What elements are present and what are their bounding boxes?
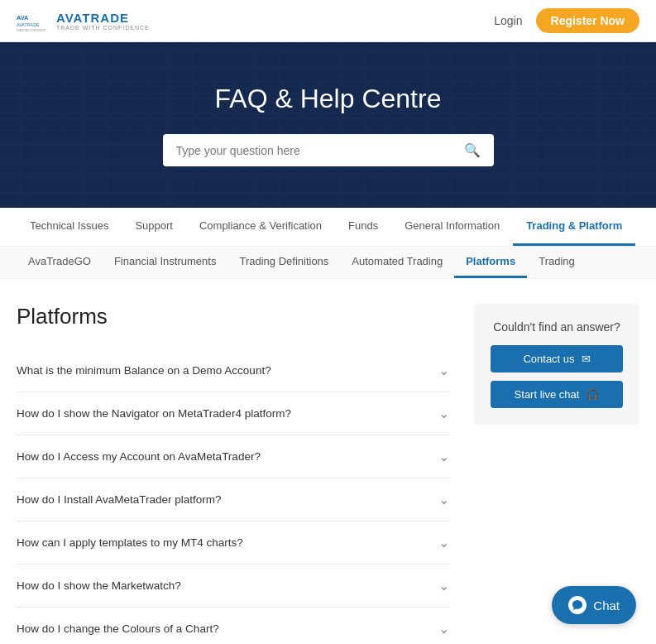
faq-item-2[interactable]: How do I Access my Account on AvaMetaTra…: [17, 435, 449, 478]
secondary-nav-item-platforms[interactable]: Platforms: [454, 247, 527, 278]
secondary-nav-item-financial[interactable]: Financial Instruments: [103, 247, 228, 278]
chevron-down-icon-0: ⌄: [438, 363, 449, 378]
chat-bubble-icon: [568, 596, 587, 614]
chevron-down-icon-1: ⌄: [438, 406, 449, 421]
logo-sub: TRADE WITH CONFIDENCE: [56, 25, 150, 31]
primary-nav: Technical Issues Support Compliance & Ve…: [0, 208, 656, 247]
faq-item-4[interactable]: How can I apply templates to my MT4 char…: [17, 521, 449, 565]
secondary-nav-item-trading-defs[interactable]: Trading Definitions: [227, 247, 340, 278]
logo-brand: AVATRADE: [56, 11, 150, 25]
faq-item-3[interactable]: How do I Install AvaMetaTrader platform?…: [17, 478, 449, 521]
hero-title: FAQ & Help Centre: [215, 84, 442, 114]
sidebar-title: Couldn't find an answer?: [491, 320, 623, 334]
secondary-nav-item-automated[interactable]: Automated Trading: [340, 247, 454, 278]
header-nav: Login Register Now: [494, 8, 639, 33]
faq-question-2: How do I Access my Account on AvaMetaTra…: [17, 450, 429, 463]
faq-item-1[interactable]: How do I show the Navigator on MetaTrade…: [17, 392, 449, 435]
primary-nav-item-support[interactable]: Support: [122, 208, 186, 246]
faq-item-5[interactable]: How do I show the Marketwatch? ⌄: [17, 565, 449, 608]
headset-icon: 🎧: [586, 388, 599, 401]
main-content: Platforms What is the minimum Balance on…: [0, 279, 656, 644]
logo-area: AVA AVATRADE TRADE WITH CONFIDENCE AVATR…: [17, 8, 150, 33]
faq-section: Platforms What is the minimum Balance on…: [17, 304, 449, 644]
primary-nav-item-technical-issues[interactable]: Technical Issues: [17, 208, 122, 246]
chat-label: Chat: [593, 598, 620, 613]
secondary-nav-item-avatradego[interactable]: AvaTradeGO: [17, 247, 103, 278]
email-icon: ✉: [582, 353, 591, 365]
header: AVA AVATRADE TRADE WITH CONFIDENCE AVATR…: [0, 0, 656, 42]
primary-nav-item-general[interactable]: General Information: [391, 208, 513, 246]
live-chat-label: Start live chat: [515, 388, 580, 401]
faq-question-6: How do I change the Colours of a Chart?: [17, 622, 429, 635]
faq-question-5: How do I show the Marketwatch?: [17, 579, 429, 592]
svg-text:TRADE WITH CONFIDENCE: TRADE WITH CONFIDENCE: [17, 29, 45, 32]
sidebar-box: Couldn't find an answer? Contact us ✉ St…: [474, 304, 639, 425]
chevron-down-icon-2: ⌄: [438, 449, 449, 464]
hero-section: FAQ & Help Centre 🔍: [0, 42, 656, 208]
faq-item-0[interactable]: What is the minimum Balance on a Demo Ac…: [17, 349, 449, 392]
primary-nav-item-funds[interactable]: Funds: [335, 208, 391, 246]
faq-item-6[interactable]: How do I change the Colours of a Chart? …: [17, 608, 449, 644]
search-bar: 🔍: [163, 134, 494, 166]
chevron-down-icon-5: ⌄: [438, 578, 449, 594]
avatrade-logo-icon: AVA AVATRADE TRADE WITH CONFIDENCE: [17, 8, 50, 33]
chat-icon: [572, 599, 583, 611]
contact-us-button[interactable]: Contact us ✉: [491, 345, 623, 372]
primary-nav-item-trading-platform[interactable]: Trading & Platform: [513, 208, 635, 246]
svg-text:AVA: AVA: [17, 14, 29, 22]
primary-nav-item-compliance[interactable]: Compliance & Verification: [186, 208, 335, 246]
secondary-nav-item-trading[interactable]: Trading: [527, 247, 587, 278]
register-button[interactable]: Register Now: [536, 8, 639, 33]
chat-bubble[interactable]: Chat: [552, 586, 636, 624]
search-input[interactable]: [176, 144, 464, 157]
chevron-down-icon-3: ⌄: [438, 492, 449, 507]
chevron-down-icon-6: ⌄: [438, 621, 449, 637]
svg-text:AVATRADE: AVATRADE: [17, 22, 40, 27]
secondary-nav: AvaTradeGO Financial Instruments Trading…: [0, 247, 656, 279]
faq-question-0: What is the minimum Balance on a Demo Ac…: [17, 364, 429, 377]
faq-question-4: How can I apply templates to my MT4 char…: [17, 536, 429, 549]
search-icon: 🔍: [464, 142, 481, 158]
section-title: Platforms: [17, 304, 449, 329]
faq-question-3: How do I Install AvaMetaTrader platform?: [17, 493, 429, 506]
chevron-down-icon-4: ⌄: [438, 535, 449, 550]
contact-label: Contact us: [523, 353, 574, 365]
faq-question-1: How do I show the Navigator on MetaTrade…: [17, 407, 429, 420]
login-link[interactable]: Login: [494, 14, 522, 27]
live-chat-button[interactable]: Start live chat 🎧: [491, 381, 623, 408]
hero-bg-chart: [0, 42, 656, 208]
